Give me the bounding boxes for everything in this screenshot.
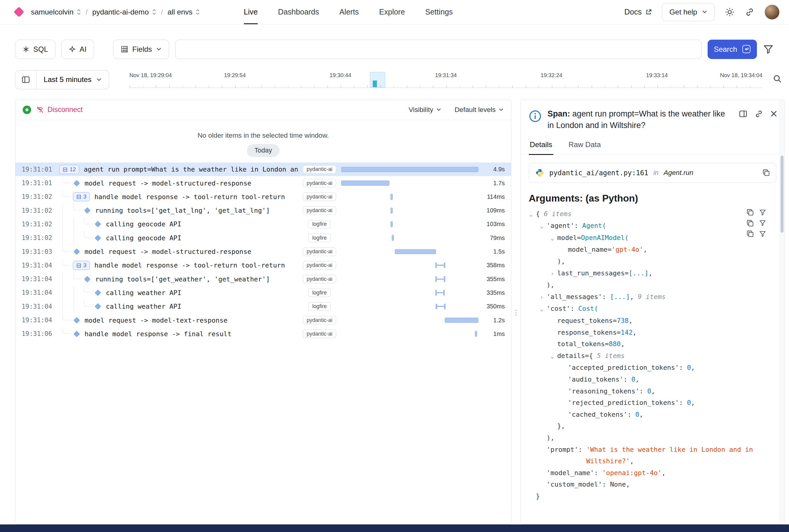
theme-toggle-button[interactable]: [725, 7, 734, 17]
scrollbar-thumb[interactable]: [781, 155, 784, 233]
copy-source-button[interactable]: [763, 169, 770, 176]
code-block: ⌄{ 6 items⌄'agent': Agent(⌄model=OpenAIM…: [529, 208, 780, 502]
span-diamond-icon: [95, 290, 101, 296]
sidebar-toggle-button[interactable]: [15, 70, 36, 90]
tab-explore[interactable]: Explore: [379, 0, 405, 24]
tab-live[interactable]: Live: [244, 0, 258, 24]
timeline-tick-label: Nov 18, 19:29:04: [130, 72, 172, 79]
span-detail-panel: Span: agent run prompt=What is the weath…: [520, 99, 785, 525]
close-icon: [770, 110, 777, 117]
collapse-arrow-icon[interactable]: ⌄: [551, 350, 557, 362]
timeline-zoom-button[interactable]: [773, 74, 782, 85]
trace-row[interactable]: 19:31:04⊟3handle model response -> tool-…: [15, 259, 511, 272]
share-link-button[interactable]: [745, 7, 754, 17]
collapse-badge[interactable]: ⊟12: [59, 165, 79, 174]
code-line: 'model_name': 'openai:gpt-4o',: [536, 467, 779, 479]
trace-row[interactable]: 19:31:04model request -> model-text-resp…: [15, 313, 511, 327]
collapse-arrow-icon[interactable]: ⌄: [540, 220, 547, 232]
tab-settings[interactable]: Settings: [425, 0, 453, 24]
code-line: 'custom_model': None,: [536, 479, 779, 491]
copy-icon: [746, 230, 754, 238]
sql-mode-button[interactable]: SQL: [15, 40, 55, 59]
collapse-badge[interactable]: ⊟3: [73, 261, 90, 270]
tree-guide-line: [74, 231, 80, 245]
fields-dropdown[interactable]: Fields: [113, 40, 169, 59]
trace-row[interactable]: 19:31:06handle model response -> final r…: [15, 327, 511, 341]
expand-arrow-icon[interactable]: ›: [551, 268, 557, 280]
trace-row[interactable]: 19:31:02calling geocode APIlogfire103ms: [15, 217, 511, 231]
code-token: 0: [631, 376, 635, 383]
filter-value-button[interactable]: [759, 209, 766, 216]
user-avatar[interactable]: [765, 4, 780, 20]
tab-alerts[interactable]: Alerts: [340, 0, 359, 24]
disconnect-button[interactable]: Disconnect: [36, 106, 82, 114]
source-location[interactable]: pydantic_ai/agent.py:161 in Agent.run: [529, 163, 776, 183]
trace-row[interactable]: 19:31:02calling geocode APIlogfire79ms: [15, 231, 511, 245]
trace-row[interactable]: 19:31:02running tools=['get_lat_lng', 'g…: [15, 204, 511, 217]
trace-row[interactable]: 19:31:04calling weather APIlogfire350ms: [15, 300, 511, 313]
close-panel-button[interactable]: [770, 110, 777, 118]
arguments-code-wrap: ⌄{ 6 items⌄'agent': Agent(⌄model=OpenAIM…: [529, 208, 780, 502]
trace-row[interactable]: 19:31:01model request -> model-structure…: [15, 176, 511, 190]
copy-value-button[interactable]: [746, 209, 754, 216]
search-button[interactable]: Search: [708, 40, 757, 59]
tab-details[interactable]: Details: [529, 136, 553, 155]
span-tree: ⊟3handle model response -> tool-return t…: [59, 190, 298, 204]
dock-panel-button[interactable]: [739, 110, 748, 118]
visibility-dropdown[interactable]: Visibility: [409, 106, 441, 114]
code-token: 0: [687, 364, 691, 371]
duration-bar: [341, 167, 478, 172]
source-in-label: in: [653, 169, 659, 177]
tab-raw-data[interactable]: Raw Data: [567, 136, 602, 155]
tree-elbow-line: [63, 313, 71, 320]
collapse-arrow-icon[interactable]: ⌄: [529, 209, 536, 220]
trace-row[interactable]: 19:31:04running tools=['get_weather', 'g…: [15, 272, 511, 286]
get-help-button[interactable]: Get help: [662, 3, 715, 21]
code-line: 'accepted_prediction_tokens': 0,: [536, 362, 779, 374]
copy-value-button[interactable]: [746, 220, 754, 227]
filter-value-button[interactable]: [759, 220, 766, 227]
ai-mode-button[interactable]: AI: [61, 40, 94, 59]
span-duration: 103ms: [478, 221, 511, 228]
span-tree: calling weather API: [59, 286, 298, 300]
duration-bar-track: [341, 300, 478, 313]
timeline-selection[interactable]: [370, 72, 385, 87]
filter-value-button[interactable]: [759, 230, 766, 238]
trace-row[interactable]: 19:31:01⊟12agent run prompt=What is the …: [15, 163, 511, 176]
collapse-arrow-icon[interactable]: ⌄: [540, 303, 547, 315]
collapse-arrow-icon[interactable]: ⌄: [551, 232, 557, 244]
search-toolbar: SQL AI Fields Search: [0, 24, 789, 67]
docs-link[interactable]: Docs: [624, 7, 652, 16]
enter-key-icon: [742, 45, 751, 54]
default-levels-dropdown[interactable]: Default levels: [455, 106, 504, 114]
code-action-row: [746, 220, 766, 227]
copy-link-button[interactable]: [754, 110, 763, 118]
expand-arrow-icon[interactable]: ›: [540, 291, 547, 303]
detail-scrollbar[interactable]: [779, 100, 785, 524]
span-diamond-icon: [74, 248, 80, 255]
span-tag-column: pydantic-ai: [298, 192, 341, 201]
sun-icon: [725, 7, 734, 17]
search-input[interactable]: [175, 40, 701, 59]
span-duration: 1ms: [478, 330, 511, 337]
logfire-logo-icon[interactable]: [14, 7, 24, 18]
tree-guide-line: [63, 286, 70, 300]
docs-label: Docs: [624, 7, 642, 16]
today-button[interactable]: Today: [247, 144, 280, 157]
trace-row[interactable]: 19:31:04calling weather APIlogfire335ms: [15, 286, 511, 300]
tab-dashboards[interactable]: Dashboards: [278, 0, 319, 24]
timeline-ruler[interactable]: Nov 18, 19:29:04 19:29:54 19:30:44 19:31…: [130, 67, 763, 92]
copy-value-button[interactable]: [746, 230, 754, 238]
code-token: ,: [630, 293, 638, 301]
span-tree: handle model response -> final result: [59, 327, 298, 341]
environment-selector[interactable]: all envs: [168, 8, 200, 16]
trace-row[interactable]: 19:31:03model request -> model-structure…: [15, 245, 511, 259]
time-range-dropdown[interactable]: Last 5 minutes: [37, 70, 109, 90]
duration-bar: [390, 194, 393, 200]
filter-button[interactable]: [763, 44, 774, 55]
project-selector[interactable]: pydantic-ai-demo: [92, 8, 156, 16]
collapse-badge[interactable]: ⊟3: [73, 192, 90, 201]
code-token: 142: [621, 329, 633, 336]
org-selector[interactable]: samuelcolvin: [31, 8, 81, 16]
trace-row[interactable]: 19:31:02⊟3handle model response -> tool-…: [15, 190, 511, 204]
